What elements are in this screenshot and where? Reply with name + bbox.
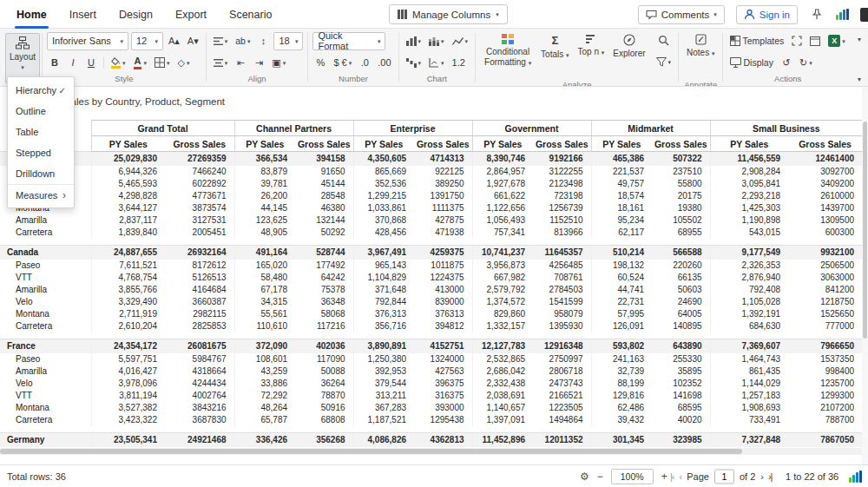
increase-decimal-button[interactable]: .00 bbox=[375, 54, 393, 72]
table-row-paseo[interactable]: Paseo6,944,326746624083,87991650865,6699… bbox=[0, 166, 862, 178]
table-row-vtt[interactable]: VTT5,465,593602289239,78145144352,536389… bbox=[0, 178, 862, 190]
tab-scenario[interactable]: Scenario bbox=[218, 0, 283, 29]
menu-item-hierarchy[interactable]: Hierarchy✓ bbox=[8, 80, 74, 101]
menu-item-drilldown[interactable]: Drilldown bbox=[8, 163, 74, 184]
table-row-paseo[interactable]: Paseo7,611,5218172612165,020177492965,14… bbox=[0, 260, 862, 272]
pin-button[interactable] bbox=[809, 5, 825, 23]
export-excel-button[interactable]: X▾ bbox=[825, 32, 848, 50]
more-options-icon[interactable] bbox=[860, 8, 868, 22]
undo-button[interactable]: ↺ bbox=[779, 54, 794, 72]
horizontal-align-button[interactable]: ▾ bbox=[211, 32, 231, 50]
table-row-canada[interactable]: Canada24,887,65526932164491,1645287443,9… bbox=[0, 246, 862, 260]
table-row-amarilla[interactable]: Amarilla2,837,1173127531123,625132144370… bbox=[0, 214, 862, 227]
measure-header[interactable]: PY Sales bbox=[591, 136, 652, 152]
line-chart-button[interactable]: ▾ bbox=[450, 32, 471, 50]
menu-item-table[interactable]: Table bbox=[8, 122, 74, 142]
font-family-select[interactable]: Inforiver Sans▾ bbox=[47, 32, 128, 50]
tab-design[interactable]: Design bbox=[108, 0, 164, 29]
underline-button[interactable]: U bbox=[83, 54, 99, 72]
tab-export[interactable]: Export bbox=[164, 0, 218, 29]
font-color-button[interactable]: A▾ bbox=[131, 54, 149, 72]
display-button[interactable]: Display bbox=[727, 54, 775, 72]
bold-button[interactable]: B bbox=[47, 54, 62, 72]
table-row-montana[interactable]: Montana3,644,127387357444,145463801,033,… bbox=[0, 202, 862, 214]
measure-header[interactable]: PY Sales bbox=[472, 136, 533, 152]
table-row-carretera[interactable]: Carretera2,610,2042825853110,61011721635… bbox=[0, 320, 862, 332]
inforiver-logo-icon[interactable] bbox=[849, 471, 862, 483]
waterfall-chart-button[interactable]: ▾ bbox=[404, 54, 424, 72]
focus-mode-button[interactable] bbox=[789, 32, 805, 50]
templates-button[interactable]: Templates bbox=[727, 32, 786, 50]
font-size-select[interactable]: 12▾ bbox=[131, 32, 163, 50]
indent-decrease-button[interactable]: ⇤ bbox=[233, 54, 248, 72]
tab-home[interactable]: Home bbox=[5, 0, 58, 29]
measure-header[interactable]: Gross Sales bbox=[788, 136, 862, 152]
measure-header[interactable]: PY Sales bbox=[91, 136, 165, 152]
chart-decimal-button[interactable]: 1.2 bbox=[450, 54, 468, 72]
italic-button[interactable]: I bbox=[65, 54, 81, 72]
menu-item-stepped[interactable]: Stepped bbox=[8, 142, 74, 163]
chart-axis-button[interactable]: ▾ bbox=[426, 54, 447, 72]
row-height-select[interactable]: 18▾ bbox=[273, 32, 303, 50]
stacked-chart-button[interactable]: ▾ bbox=[426, 32, 447, 50]
percent-button[interactable]: % bbox=[312, 54, 328, 72]
measure-header[interactable]: Gross Sales bbox=[295, 136, 353, 152]
fill-color-button[interactable]: ▾ bbox=[108, 54, 128, 72]
explorer-button[interactable]: Explorer bbox=[609, 31, 648, 78]
column-group-channel-partners[interactable]: Channel Partners bbox=[234, 121, 353, 136]
decrease-font-button[interactable]: A▾ bbox=[185, 32, 201, 50]
last-page-button[interactable]: ›| bbox=[768, 471, 773, 482]
totals-button[interactable]: Σ Totals ▾ bbox=[537, 31, 572, 78]
table-row-carretera[interactable]: Carretera1,839,840200545148,90550292428,… bbox=[0, 227, 862, 239]
ribbon-options-icon[interactable]: ▾ bbox=[858, 36, 861, 43]
filter-button[interactable]: ▾ bbox=[654, 53, 674, 71]
merge-cells-button[interactable]: ▣▾ bbox=[269, 54, 288, 72]
table-row-united-states[interactable]: United States25,029,83027269359366,53439… bbox=[0, 152, 862, 166]
tab-insert[interactable]: Insert bbox=[58, 0, 108, 29]
column-group-enterprise[interactable]: Enterprise bbox=[353, 121, 472, 136]
table-row-montana[interactable]: Montana3,527,382384321648,26450916367,28… bbox=[0, 402, 862, 414]
table-row-carretera[interactable]: Carretera3,423,322368783065,787688081,18… bbox=[0, 414, 862, 426]
sign-in-button[interactable]: Sign in bbox=[736, 5, 798, 24]
decrease-decimal-button[interactable]: .0 bbox=[357, 54, 372, 72]
bar-chart-button[interactable]: ▾ bbox=[404, 32, 424, 50]
currency-button[interactable]: $ €▾ bbox=[331, 54, 354, 72]
shape-style-button[interactable]: ◇▾ bbox=[175, 54, 193, 72]
table-row-velo[interactable]: Velo4,298,828477367126,200285481,299,215… bbox=[0, 190, 862, 202]
top-n-button[interactable]: Top n ▾ bbox=[575, 31, 608, 78]
column-group-midmarket[interactable]: Midmarket bbox=[591, 121, 710, 136]
zoom-level[interactable]: 100% bbox=[611, 469, 654, 484]
column-group-government[interactable]: Government bbox=[472, 121, 591, 136]
table-row-vtt[interactable]: VTT4,768,754512651358,480642421,104,8291… bbox=[0, 272, 862, 284]
measure-header[interactable]: PY Sales bbox=[234, 136, 295, 152]
menu-item-measures[interactable]: Measures› bbox=[8, 184, 74, 205]
collapse-ribbon-icon[interactable]: ▾ bbox=[858, 76, 861, 83]
next-page-button[interactable]: › bbox=[760, 471, 763, 482]
increase-font-button[interactable]: A▴ bbox=[166, 32, 182, 50]
settings-gear-icon[interactable]: ⚙ bbox=[580, 471, 589, 483]
measure-header[interactable]: Gross Sales bbox=[414, 136, 472, 152]
window-button[interactable] bbox=[807, 32, 823, 50]
first-page-button[interactable]: |‹ bbox=[670, 471, 674, 482]
table-row-velo[interactable]: Velo3,978,096424443433,88636264379,54439… bbox=[0, 378, 862, 390]
menu-item-outline[interactable]: Outline bbox=[8, 101, 74, 122]
table-row-velo[interactable]: Velo3,329,490366038734,31536348792,84483… bbox=[0, 296, 862, 308]
measure-header[interactable]: Gross Sales bbox=[533, 136, 591, 152]
zoom-out-button[interactable]: − bbox=[597, 471, 603, 483]
table-row-amarilla[interactable]: Amarilla3,855,766416468467,17875378371,6… bbox=[0, 284, 862, 296]
page-number-input[interactable] bbox=[714, 469, 734, 484]
previous-page-button[interactable]: ‹ bbox=[680, 471, 682, 482]
table-row-vtt[interactable]: VTT3,811,194400276472,29278870313,211316… bbox=[0, 390, 862, 402]
vertical-align-button[interactable]: ▾ bbox=[211, 54, 231, 72]
measure-header[interactable]: PY Sales bbox=[710, 136, 788, 152]
search-button[interactable] bbox=[654, 31, 674, 49]
table-row-montana[interactable]: Montana2,711,919298211555,56158068376,31… bbox=[0, 308, 862, 320]
measure-header[interactable]: Gross Sales bbox=[652, 136, 710, 152]
measure-header[interactable]: PY Sales bbox=[353, 136, 414, 152]
conditional-formatting-button[interactable]: Conditional Formatting ▾ bbox=[480, 31, 536, 78]
column-group-small-business[interactable]: Small Business bbox=[710, 121, 862, 136]
table-row-germany[interactable]: Germany23,505,34124921468336,4263562684,… bbox=[0, 433, 862, 447]
horizontal-scrollbar-thumb[interactable] bbox=[0, 449, 742, 454]
comments-button[interactable]: Comments ▾ bbox=[638, 5, 725, 24]
redo-button[interactable]: ↻▾ bbox=[797, 54, 815, 72]
